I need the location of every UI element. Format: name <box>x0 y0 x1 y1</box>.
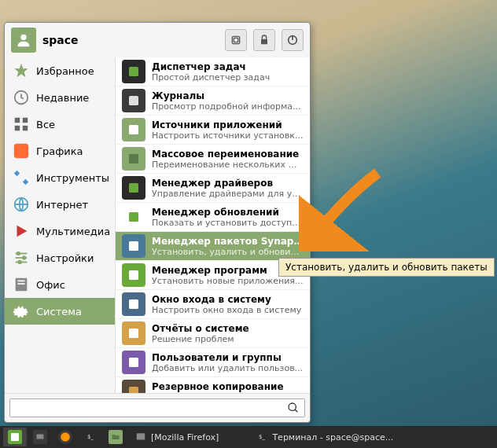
menu-launcher-button[interactable] <box>3 428 27 446</box>
svg-rect-23 <box>129 96 138 105</box>
sidebar-item-label: Интернет <box>36 199 88 211</box>
svg-rect-21 <box>17 283 24 285</box>
svg-point-16 <box>17 252 20 255</box>
app-item-3[interactable]: Массовое переименованиеПереименование не… <box>116 145 310 174</box>
svg-rect-40 <box>137 433 145 439</box>
svg-point-34 <box>289 403 296 410</box>
sidebar-item-label: Настройки <box>36 252 94 264</box>
search-box[interactable] <box>9 398 305 417</box>
sidebar-item-label: Избранное <box>36 65 94 77</box>
svg-point-17 <box>23 256 26 259</box>
gear-icon <box>13 303 30 320</box>
sidebar-item-0[interactable]: Избранное <box>5 57 115 84</box>
office-icon <box>13 276 30 293</box>
sidebar-item-7[interactable]: Настройки <box>5 244 115 271</box>
user-avatar-icon[interactable] <box>11 28 36 53</box>
app-icon <box>122 380 145 393</box>
svg-rect-31 <box>129 329 138 338</box>
app-item-1[interactable]: ЖурналыПросмотр подробной информа... <box>116 86 310 116</box>
app-item-9[interactable]: Отчёты о системеРешение проблем <box>116 319 310 348</box>
firefox-launcher-button[interactable] <box>53 428 77 446</box>
sidebar-item-label: Графика <box>36 145 83 157</box>
app-item-10[interactable]: Пользователи и группыДобавить или удалит… <box>116 348 310 377</box>
svg-rect-36 <box>11 433 19 441</box>
category-sidebar: ИзбранноеНедавниеВсеГрафикаИнструментыИн… <box>5 57 115 393</box>
search-input[interactable] <box>15 402 287 414</box>
svg-rect-28 <box>129 241 138 251</box>
app-icon <box>122 89 145 112</box>
app-desc-label: Переименование нескольких ф... <box>152 160 304 170</box>
app-desc-label: Установить, удалить и обновит... <box>152 247 304 257</box>
svg-text:$_: $_ <box>259 434 265 440</box>
taskbar-window-terminal[interactable]: $_Терминал - space@space... <box>250 428 398 446</box>
app-item-6[interactable]: Менеджер пакетов SynapticУстановить, уда… <box>116 232 310 261</box>
svg-rect-30 <box>129 299 138 309</box>
sidebar-item-9[interactable]: Система <box>5 298 115 325</box>
app-desc-label: Показать и установить доступн... <box>152 218 304 228</box>
sidebar-item-label: Система <box>36 306 82 318</box>
app-desc-label: Настроить окно входа в систему <box>152 305 304 315</box>
application-list: Диспетчер задачПростой диспетчер задачЖу… <box>115 57 310 393</box>
files-launcher-button[interactable] <box>104 428 127 446</box>
app-desc-label: Решение проблем <box>152 334 304 344</box>
app-item-8[interactable]: Окно входа в системуНастроить окно входа… <box>116 290 310 319</box>
sliders-icon <box>13 249 30 266</box>
svg-point-0 <box>20 35 26 40</box>
app-item-2[interactable]: Источники приложенийНастроить источники … <box>116 116 310 145</box>
app-desc-label: Добавить или удалить пользов... <box>152 363 304 373</box>
svg-point-18 <box>18 261 21 264</box>
username-label: space <box>42 34 219 46</box>
annotation-arrow-icon <box>299 165 385 252</box>
sidebar-item-label: Инструменты <box>36 172 109 184</box>
svg-rect-24 <box>129 125 138 134</box>
app-item-5[interactable]: Менеджер обновленийПоказать и установить… <box>116 203 310 232</box>
svg-rect-8 <box>23 118 28 123</box>
search-row <box>5 393 310 422</box>
palette-icon <box>13 142 30 160</box>
sidebar-item-3[interactable]: Графика <box>5 138 115 164</box>
svg-rect-11 <box>14 144 28 158</box>
app-desc-label: Установить новые приложения... <box>152 276 304 286</box>
svg-rect-22 <box>129 67 138 76</box>
logout-button[interactable] <box>225 29 247 51</box>
terminal-launcher-button[interactable]: $_ <box>79 428 102 446</box>
app-desc-label: Просмотр подробной информа... <box>152 101 304 112</box>
app-desc-label: Настроить источники установк... <box>152 130 304 141</box>
taskbar-label: [Mozilla Firefox] <box>151 432 219 442</box>
sidebar-item-8[interactable]: Офис <box>5 271 115 298</box>
show-desktop-button[interactable] <box>28 428 52 446</box>
svg-rect-25 <box>129 154 138 163</box>
app-item-11[interactable]: Резервное копированиеСоздание резервной … <box>116 377 310 393</box>
sidebar-item-6[interactable]: Мультимедиа <box>5 218 115 244</box>
app-name-label: Менеджер пакетов Synaptic <box>152 236 304 247</box>
sidebar-item-2[interactable]: Все <box>5 111 115 138</box>
grid-icon <box>13 116 30 133</box>
taskbar: $_ [Mozilla Firefox] $_Терминал - space@… <box>0 426 497 448</box>
tools-icon <box>13 169 30 186</box>
app-icon <box>122 205 145 229</box>
svg-rect-2 <box>234 38 237 42</box>
app-name-label: Окно входа в систему <box>152 294 304 305</box>
app-name-label: Диспетчер задач <box>152 61 304 72</box>
app-desc-label: Управление драйверами для ус... <box>152 189 304 199</box>
sidebar-item-4[interactable]: Инструменты <box>5 164 115 191</box>
sidebar-item-label: Мультимедиа <box>36 226 110 237</box>
app-icon <box>122 234 145 258</box>
sidebar-item-5[interactable]: Интернет <box>5 191 115 218</box>
svg-rect-32 <box>129 358 138 367</box>
svg-text:$_: $_ <box>87 434 94 440</box>
star-icon <box>13 62 30 79</box>
clock-icon <box>13 89 30 106</box>
svg-rect-29 <box>129 270 138 280</box>
lock-button[interactable] <box>253 29 275 51</box>
taskbar-window-firefox[interactable]: [Mozilla Firefox] <box>129 428 223 446</box>
sidebar-item-label: Недавние <box>36 92 89 104</box>
svg-rect-33 <box>129 387 138 393</box>
svg-rect-27 <box>129 212 138 222</box>
app-item-4[interactable]: Менеджер драйверовУправление драйверами … <box>116 174 310 203</box>
app-icon <box>122 147 145 171</box>
sidebar-item-1[interactable]: Недавние <box>5 84 115 111</box>
app-item-0[interactable]: Диспетчер задачПростой диспетчер задач <box>116 57 310 86</box>
power-button[interactable] <box>282 29 304 51</box>
app-icon <box>122 351 145 374</box>
